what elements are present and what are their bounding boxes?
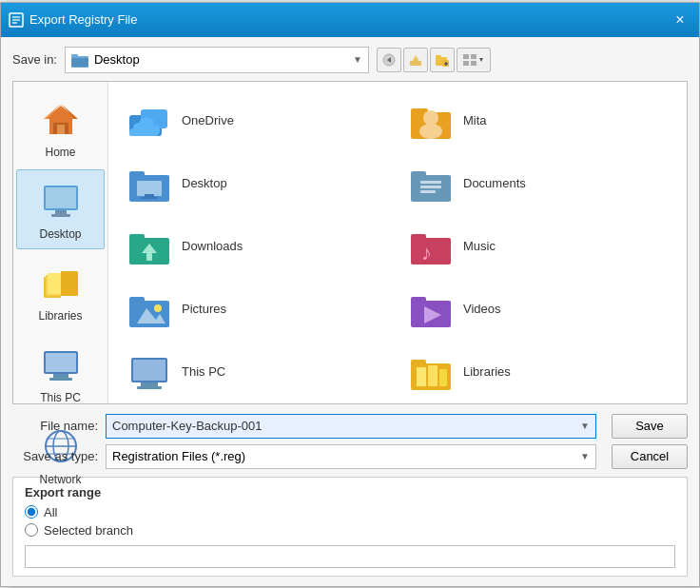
dialog-title: Export Registry File bbox=[29, 12, 669, 27]
sidebar-item-home[interactable]: Home bbox=[16, 88, 105, 167]
music-folder-icon: ♪ bbox=[408, 224, 454, 269]
filename-label: File name: bbox=[12, 419, 98, 433]
sidebar-label-libraries: Libraries bbox=[38, 309, 82, 323]
svg-marker-22 bbox=[479, 58, 483, 62]
svg-rect-63 bbox=[129, 234, 145, 242]
svg-rect-38 bbox=[53, 374, 68, 378]
file-name: Libraries bbox=[463, 364, 511, 379]
saveastype-value: Registration Files (*.reg) bbox=[112, 449, 245, 463]
libraries-icon bbox=[38, 260, 84, 305]
radio-selected[interactable] bbox=[25, 523, 38, 537]
libraries-folder-icon bbox=[408, 349, 454, 395]
list-item[interactable]: ♪ Music bbox=[399, 217, 677, 276]
onedrive-icon bbox=[126, 98, 172, 144]
svg-rect-84 bbox=[439, 369, 447, 386]
file-name: This PC bbox=[182, 364, 225, 379]
close-button[interactable]: × bbox=[669, 9, 691, 31]
title-bar: Export Registry File × bbox=[1, 3, 699, 37]
filename-arrow: ▼ bbox=[580, 421, 590, 431]
svg-rect-77 bbox=[133, 360, 165, 381]
cancel-button[interactable]: Cancel bbox=[612, 444, 688, 469]
list-item[interactable]: Libraries bbox=[399, 343, 677, 402]
svg-rect-82 bbox=[417, 367, 426, 386]
svg-point-50 bbox=[423, 110, 438, 126]
form-area: File name: Computer-Key-Backup-001 ▼ Sav… bbox=[12, 414, 688, 469]
file-name: OneDrive bbox=[182, 113, 234, 127]
saveastype-dropdown[interactable]: Registration Files (*.reg) ▼ bbox=[106, 444, 596, 469]
save-in-arrow: ▼ bbox=[353, 54, 362, 65]
svg-rect-60 bbox=[420, 186, 441, 188]
svg-rect-10 bbox=[410, 61, 421, 66]
svg-rect-65 bbox=[146, 253, 152, 261]
svg-rect-81 bbox=[411, 360, 426, 367]
svg-rect-79 bbox=[137, 386, 162, 389]
sidebar: Home Desktop bbox=[13, 82, 108, 403]
radio-option-selected: Selected branch bbox=[25, 523, 675, 538]
svg-rect-34 bbox=[61, 271, 78, 296]
save-in-row: Save in: Desktop ▼ bbox=[12, 47, 688, 73]
svg-point-51 bbox=[419, 124, 442, 139]
documents-folder-icon bbox=[408, 161, 454, 206]
sidebar-item-libraries[interactable]: Libraries bbox=[16, 251, 105, 331]
svg-rect-40 bbox=[46, 353, 76, 372]
svg-rect-19 bbox=[471, 54, 476, 59]
thispc-icon bbox=[38, 342, 84, 387]
filename-row: File name: Computer-Key-Backup-001 ▼ bbox=[12, 414, 596, 439]
list-item[interactable]: OneDrive bbox=[118, 91, 396, 150]
list-item[interactable]: Mita bbox=[399, 91, 677, 150]
svg-rect-21 bbox=[471, 61, 476, 66]
file-name: Downloads bbox=[182, 239, 243, 253]
list-item[interactable]: Desktop bbox=[118, 154, 396, 213]
desktop-icon bbox=[38, 178, 84, 224]
dialog-content: Save in: Desktop ▼ bbox=[1, 37, 699, 586]
desktop-folder-icon bbox=[126, 161, 172, 206]
sidebar-item-thispc[interactable]: This PC bbox=[16, 333, 105, 413]
svg-point-72 bbox=[154, 304, 162, 312]
list-item[interactable]: Downloads bbox=[118, 217, 396, 276]
list-item[interactable]: This PC bbox=[118, 343, 396, 402]
svg-rect-14 bbox=[436, 55, 441, 59]
sidebar-item-desktop[interactable]: Desktop bbox=[16, 169, 105, 249]
back-icon[interactable] bbox=[377, 48, 401, 72]
file-name: Documents bbox=[463, 176, 526, 190]
file-name: Videos bbox=[463, 302, 501, 316]
svg-rect-25 bbox=[57, 125, 65, 134]
toolbar-buttons bbox=[377, 48, 491, 72]
home-icon bbox=[38, 96, 84, 142]
sidebar-label-home: Home bbox=[45, 146, 75, 159]
save-button[interactable]: Save bbox=[612, 414, 688, 439]
save-in-dropdown[interactable]: Desktop ▼ bbox=[65, 47, 369, 73]
svg-rect-20 bbox=[463, 61, 469, 66]
saveastype-arrow: ▼ bbox=[580, 451, 590, 461]
file-browser[interactable]: OneDrive Mita bbox=[108, 82, 687, 403]
new-folder-icon[interactable] bbox=[430, 48, 455, 72]
radio-all[interactable] bbox=[25, 505, 38, 519]
radio-option-all: All bbox=[25, 505, 675, 519]
svg-rect-30 bbox=[55, 210, 67, 214]
pictures-folder-icon bbox=[126, 286, 172, 332]
file-name: Pictures bbox=[182, 302, 226, 316]
svg-rect-6 bbox=[71, 58, 88, 67]
branch-input[interactable] bbox=[25, 545, 675, 568]
file-name: Desktop bbox=[182, 176, 227, 190]
up-icon[interactable] bbox=[403, 48, 428, 72]
list-item[interactable]: Documents bbox=[399, 154, 677, 213]
filename-input[interactable]: Computer-Key-Backup-001 ▼ bbox=[106, 414, 596, 439]
save-in-value: Desktop bbox=[94, 52, 140, 67]
filename-value: Computer-Key-Backup-001 bbox=[112, 419, 262, 433]
sidebar-label-network: Network bbox=[39, 473, 81, 486]
svg-rect-74 bbox=[411, 297, 426, 304]
svg-rect-70 bbox=[129, 297, 145, 304]
svg-rect-78 bbox=[141, 382, 158, 386]
list-item[interactable]: Videos bbox=[399, 280, 677, 339]
dialog-icon bbox=[9, 12, 24, 28]
radio-selected-label: Selected branch bbox=[44, 523, 133, 538]
videos-folder-icon bbox=[408, 286, 454, 332]
file-browser-area: Home Desktop bbox=[12, 81, 688, 404]
view-icon[interactable] bbox=[457, 48, 491, 72]
list-item[interactable]: Pictures bbox=[118, 280, 396, 339]
saveastype-row: Save as type: Registration Files (*.reg)… bbox=[12, 444, 596, 469]
svg-rect-54 bbox=[137, 181, 162, 196]
svg-rect-56 bbox=[141, 197, 158, 199]
save-in-label: Save in: bbox=[12, 52, 57, 67]
